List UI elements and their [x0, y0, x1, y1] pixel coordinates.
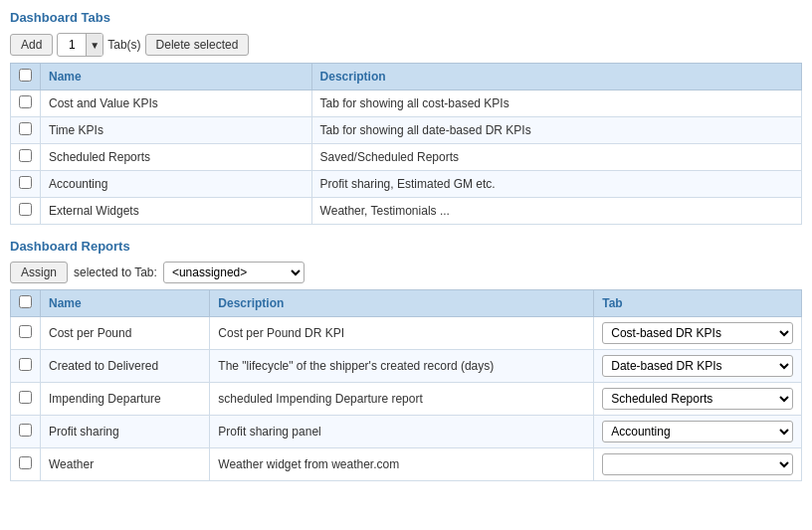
row-tab-select[interactable]: Cost-based DR KPIsDate-based DR KPIsSche…	[603, 356, 792, 376]
dashboard-reports-title: Dashboard Reports	[10, 239, 802, 254]
table-row: Accounting Profit sharing, Estimated GM …	[11, 171, 802, 198]
selected-to-tab-label: selected to Tab:	[74, 265, 157, 279]
row-checkbox[interactable]	[19, 358, 32, 371]
row-description: Profit sharing, Estimated GM etc.	[311, 171, 801, 198]
table-row: Cost per Pound Cost per Pound DR KPI Cos…	[11, 317, 802, 350]
row-checkbox-cell	[11, 448, 41, 481]
row-checkbox-cell	[11, 117, 41, 144]
row-checkbox-cell	[11, 383, 41, 416]
row-description: scheduled Impending Departure report	[210, 383, 594, 416]
row-tab-select-wrapper: Cost-based DR KPIsDate-based DR KPIsSche…	[602, 355, 793, 377]
row-checkbox[interactable]	[19, 95, 32, 108]
row-tab-select[interactable]: Cost-based DR KPIsDate-based DR KPIsSche…	[603, 454, 792, 474]
table-row: Weather Weather widget from weather.com …	[11, 448, 802, 481]
row-description: Weather widget from weather.com	[210, 448, 594, 481]
row-tab-cell: Cost-based DR KPIsDate-based DR KPIsSche…	[594, 383, 802, 416]
reports-select-all-checkbox[interactable]	[19, 295, 32, 308]
row-tab-cell: Cost-based DR KPIsDate-based DR KPIsSche…	[594, 416, 802, 448]
row-description: Tab for showing all cost-based KPIs	[311, 90, 801, 117]
dashboard-reports-toolbar: Assign selected to Tab: <unassigned> Cos…	[10, 262, 802, 283]
assign-tab-select[interactable]: <unassigned> Cost-based DR KPIs Date-bas…	[164, 263, 304, 282]
row-tab-select-wrapper: Cost-based DR KPIsDate-based DR KPIsSche…	[602, 421, 793, 442]
row-name: Scheduled Reports	[41, 144, 312, 171]
table-row: Profit sharing Profit sharing panel Cost…	[11, 416, 802, 448]
row-checkbox-cell	[11, 90, 41, 117]
tab-count-wrapper: ▼	[57, 33, 103, 57]
dashboard-tabs-toolbar: Add ▼ Tab(s) Delete selected	[10, 33, 802, 57]
row-name: Weather	[41, 448, 210, 481]
row-name: Time KPIs	[41, 117, 312, 144]
tab-count-input[interactable]	[58, 36, 86, 54]
row-checkbox[interactable]	[19, 176, 32, 189]
row-description: The "lifecycle" of the shipper's created…	[210, 350, 594, 383]
row-name: External Widgets	[41, 198, 312, 225]
row-checkbox[interactable]	[19, 424, 32, 437]
row-checkbox-cell	[11, 144, 41, 171]
row-tab-select[interactable]: Cost-based DR KPIsDate-based DR KPIsSche…	[603, 422, 792, 442]
tab-count-spinner[interactable]: ▼	[86, 34, 102, 56]
row-name: Cost and Value KPIs	[41, 90, 312, 117]
tabs-col-description: Description	[311, 64, 801, 90]
row-checkbox-cell	[11, 171, 41, 198]
row-checkbox[interactable]	[19, 122, 32, 135]
reports-col-checkbox	[11, 290, 41, 317]
table-row: Created to Delivered The "lifecycle" of …	[11, 350, 802, 383]
row-checkbox[interactable]	[19, 149, 32, 162]
delete-selected-button[interactable]: Delete selected	[145, 34, 250, 56]
assign-tab-select-wrapper: <unassigned> Cost-based DR KPIs Date-bas…	[163, 262, 304, 283]
reports-col-tab: Tab	[594, 290, 802, 317]
add-tab-button[interactable]: Add	[10, 34, 53, 56]
row-tab-cell: Cost-based DR KPIsDate-based DR KPIsSche…	[594, 317, 802, 350]
row-checkbox[interactable]	[19, 203, 32, 216]
row-description: Tab for showing all date-based DR KPIs	[311, 117, 801, 144]
row-checkbox-cell	[11, 416, 41, 448]
tabs-col-name: Name	[41, 64, 312, 90]
row-description: Cost per Pound DR KPI	[210, 317, 594, 350]
row-description: Saved/Scheduled Reports	[311, 144, 801, 171]
tabs-select-all-checkbox[interactable]	[19, 69, 32, 82]
tabs-col-checkbox	[11, 64, 41, 90]
row-name: Accounting	[41, 171, 312, 198]
row-tab-select-wrapper: Cost-based DR KPIsDate-based DR KPIsSche…	[602, 388, 793, 410]
row-checkbox[interactable]	[19, 391, 32, 404]
row-checkbox[interactable]	[19, 456, 32, 469]
row-name: Cost per Pound	[41, 317, 210, 350]
row-name: Profit sharing	[41, 416, 210, 448]
row-description: Profit sharing panel	[210, 416, 594, 448]
row-name: Impending Departure	[41, 383, 210, 416]
row-tab-select-wrapper: Cost-based DR KPIsDate-based DR KPIsSche…	[602, 322, 793, 344]
table-row: Scheduled Reports Saved/Scheduled Report…	[11, 144, 802, 171]
row-tab-select-wrapper: Cost-based DR KPIsDate-based DR KPIsSche…	[602, 453, 793, 475]
table-row: Impending Departure scheduled Impending …	[11, 383, 802, 416]
row-name: Created to Delivered	[41, 350, 210, 383]
row-tab-cell: Cost-based DR KPIsDate-based DR KPIsSche…	[594, 350, 802, 383]
dashboard-reports-table: Name Description Tab Cost per Pound Cost…	[10, 289, 802, 481]
dashboard-tabs-title: Dashboard Tabs	[10, 10, 802, 25]
table-row: Cost and Value KPIs Tab for showing all …	[11, 90, 802, 117]
reports-col-description: Description	[210, 290, 594, 317]
table-row: Time KPIs Tab for showing all date-based…	[11, 117, 802, 144]
row-tab-cell: Cost-based DR KPIsDate-based DR KPIsSche…	[594, 448, 802, 481]
row-tab-select[interactable]: Cost-based DR KPIsDate-based DR KPIsSche…	[603, 323, 792, 343]
row-description: Weather, Testimonials ...	[311, 198, 801, 225]
row-checkbox-cell	[11, 350, 41, 383]
tabs-label: Tab(s)	[107, 38, 140, 52]
row-checkbox-cell	[11, 317, 41, 350]
dashboard-tabs-table: Name Description Cost and Value KPIs Tab…	[10, 63, 802, 225]
reports-col-name: Name	[41, 290, 210, 317]
row-checkbox-cell	[11, 198, 41, 225]
assign-button[interactable]: Assign	[10, 262, 68, 283]
row-tab-select[interactable]: Cost-based DR KPIsDate-based DR KPIsSche…	[603, 389, 792, 409]
table-row: External Widgets Weather, Testimonials .…	[11, 198, 802, 225]
row-checkbox[interactable]	[19, 325, 32, 338]
